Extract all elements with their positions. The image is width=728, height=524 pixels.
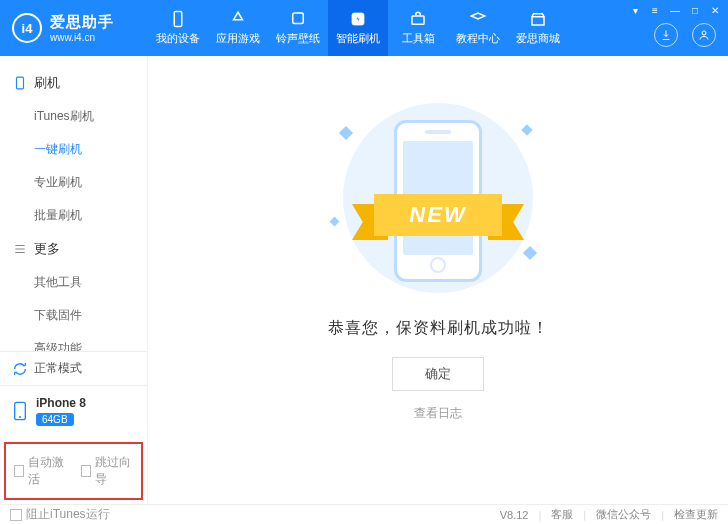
- skin-button[interactable]: ▾: [628, 4, 642, 16]
- more-icon: [12, 241, 28, 257]
- ribbon-text: NEW: [374, 194, 502, 236]
- main-content: NEW 恭喜您，保资料刷机成功啦！ 确定 查看日志: [148, 56, 728, 504]
- nav-store[interactable]: 爱思商城: [508, 0, 568, 56]
- svg-rect-1: [293, 13, 304, 24]
- nav-apps[interactable]: 应用游戏: [208, 0, 268, 56]
- svg-rect-4: [532, 17, 544, 25]
- nav-tutorial[interactable]: 教程中心: [448, 0, 508, 56]
- svg-rect-6: [17, 77, 24, 89]
- device-icon: [169, 10, 187, 28]
- nav-my-device[interactable]: 我的设备: [148, 0, 208, 56]
- logo-icon: i4: [12, 13, 42, 43]
- checkbox-icon: [10, 509, 22, 521]
- new-ribbon: NEW: [348, 186, 528, 246]
- tutorial-icon: [469, 10, 487, 28]
- svg-point-5: [702, 31, 706, 35]
- ringtone-icon: [289, 10, 307, 28]
- sidebar-item-other-tools[interactable]: 其他工具: [34, 266, 147, 299]
- brand-site: www.i4.cn: [50, 32, 114, 43]
- download-button[interactable]: [654, 23, 678, 47]
- support-link[interactable]: 客服: [551, 507, 573, 522]
- brand-name: 爱思助手: [50, 13, 114, 32]
- nav-label: 工具箱: [402, 31, 435, 46]
- sidebar-group-flash[interactable]: 刷机: [0, 66, 147, 100]
- sidebar-item-oneclick-flash[interactable]: 一键刷机: [34, 133, 147, 166]
- nav-label: 教程中心: [456, 31, 500, 46]
- device-storage-badge: 64GB: [36, 413, 74, 426]
- nav-label: 爱思商城: [516, 31, 560, 46]
- checkbox-icon: [81, 465, 91, 477]
- svg-point-8: [19, 416, 21, 418]
- sidebar-item-itunes-flash[interactable]: iTunes刷机: [34, 100, 147, 133]
- success-message: 恭喜您，保资料刷机成功啦！: [328, 318, 549, 339]
- sidebar: 刷机 iTunes刷机 一键刷机 专业刷机 批量刷机 更多 其他工具 下载固件 …: [0, 56, 148, 504]
- sidebar-group-more[interactable]: 更多: [0, 232, 147, 266]
- sidebar-item-batch-flash[interactable]: 批量刷机: [34, 199, 147, 232]
- sidebar-item-pro-flash[interactable]: 专业刷机: [34, 166, 147, 199]
- sidebar-item-advanced[interactable]: 高级功能: [34, 332, 147, 351]
- view-log-link[interactable]: 查看日志: [414, 405, 462, 422]
- flash-side-icon: [12, 75, 28, 91]
- svg-rect-0: [174, 12, 182, 27]
- toolbox-icon: [409, 10, 427, 28]
- wechat-link[interactable]: 微信公众号: [596, 507, 651, 522]
- sidebar-bottom-options: 自动激活 跳过向导: [4, 442, 143, 500]
- ok-button[interactable]: 确定: [392, 357, 484, 391]
- footer: 阻止iTunes运行 V8.12 | 客服 | 微信公众号 | 检查更新: [0, 504, 728, 524]
- nav-label: 智能刷机: [336, 31, 380, 46]
- sidebar-item-download-firmware[interactable]: 下载固件: [34, 299, 147, 332]
- sidebar-status[interactable]: 正常模式: [0, 351, 147, 385]
- checkbox-auto-activate[interactable]: 自动激活: [14, 454, 67, 488]
- user-button[interactable]: [692, 23, 716, 47]
- sidebar-group-title: 更多: [34, 240, 60, 258]
- success-illustration: NEW: [323, 98, 553, 298]
- sidebar-device[interactable]: iPhone 8 64GB: [0, 385, 147, 438]
- phone-icon: [12, 401, 28, 421]
- logo-area: i4 爱思助手 www.i4.cn: [0, 13, 148, 43]
- checkbox-skip-guide[interactable]: 跳过向导: [81, 454, 134, 488]
- checkbox-label: 跳过向导: [95, 454, 133, 488]
- nav-flash[interactable]: 智能刷机: [328, 0, 388, 56]
- svg-rect-3: [412, 16, 424, 24]
- checkbox-label: 自动激活: [28, 454, 66, 488]
- app-header: i4 爱思助手 www.i4.cn 我的设备 应用游戏 铃声壁纸 智能刷机 工具…: [0, 0, 728, 56]
- device-name: iPhone 8: [36, 396, 86, 410]
- nav-label: 铃声壁纸: [276, 31, 320, 46]
- nav-label: 应用游戏: [216, 31, 260, 46]
- check-update-link[interactable]: 检查更新: [674, 507, 718, 522]
- status-label: 正常模式: [34, 360, 82, 377]
- checkbox-icon: [14, 465, 24, 477]
- nav-toolbox[interactable]: 工具箱: [388, 0, 448, 56]
- nav-label: 我的设备: [156, 31, 200, 46]
- store-icon: [529, 10, 547, 28]
- nav-ringtone[interactable]: 铃声壁纸: [268, 0, 328, 56]
- version-label: V8.12: [500, 509, 529, 521]
- apps-icon: [229, 10, 247, 28]
- checkbox-block-itunes[interactable]: 阻止iTunes运行: [10, 506, 110, 523]
- refresh-icon: [12, 361, 28, 377]
- checkbox-label: 阻止iTunes运行: [26, 506, 110, 523]
- sidebar-group-title: 刷机: [34, 74, 60, 92]
- header-right: [654, 0, 728, 56]
- flash-icon: [349, 10, 367, 28]
